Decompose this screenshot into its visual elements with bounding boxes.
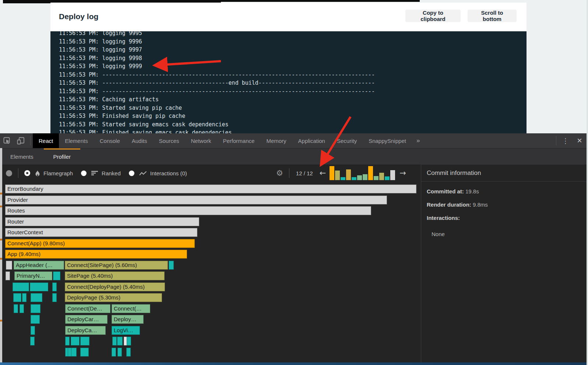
record-button[interactable] — [6, 170, 12, 176]
subtab-profiler[interactable]: Profiler — [44, 148, 81, 165]
flamegraph-bar-provider[interactable]: Provider — [5, 196, 387, 204]
tab-sources[interactable]: Sources — [153, 133, 185, 148]
flamegraph-bar[interactable] — [31, 304, 41, 313]
tab-application[interactable]: Application — [292, 133, 331, 148]
devtools-menu-icon[interactable]: ⋮ — [559, 133, 573, 148]
flamegraph-bar-primaryn[interactable]: PrimaryN… — [14, 271, 52, 280]
flamegraph-bar[interactable] — [112, 337, 117, 345]
previous-commit-icon[interactable]: ← — [320, 169, 326, 178]
render-duration-value: 9.8ms — [473, 201, 488, 208]
commit-bar-6[interactable] — [357, 175, 362, 180]
flamegraph-bar[interactable] — [6, 261, 12, 270]
flamegraph-bar[interactable] — [71, 348, 77, 357]
flamegraph-chart: ErrorBoundaryProviderRoutesRouterRouterC… — [0, 182, 421, 362]
flamegraph-bar[interactable] — [169, 261, 174, 270]
flamegraph-bar-routercontext[interactable]: RouterContext — [5, 228, 197, 237]
flamegraph-bar[interactable] — [13, 282, 29, 291]
commit-bar-5[interactable] — [352, 177, 356, 180]
flamegraph-bar-deploypage530ms[interactable]: DeployPage (5.30ms) — [65, 293, 162, 302]
mode-ranked[interactable]: Ranked — [81, 170, 121, 176]
devtools-close-icon[interactable]: ✕ — [573, 133, 587, 148]
flamegraph-bar[interactable] — [80, 348, 89, 357]
flamegraph-bar[interactable] — [53, 271, 60, 280]
tab-audits[interactable]: Audits — [126, 133, 153, 148]
scroll-to-bottom-button[interactable]: Scroll to bottom — [468, 10, 517, 22]
flamegraph-bar[interactable] — [13, 293, 21, 302]
flamegraph-bar[interactable] — [112, 348, 116, 357]
flamegraph-bar[interactable] — [30, 337, 35, 345]
flamegraph-bar[interactable] — [65, 337, 70, 345]
flamegraph-bar[interactable] — [20, 304, 24, 313]
next-commit-icon[interactable]: → — [399, 169, 406, 178]
flamegraph-bar-errorboundary[interactable]: ErrorBoundary — [5, 185, 416, 193]
flamegraph-bar-sitepage540ms[interactable]: SitePage (5.40ms) — [65, 271, 165, 280]
flamegraph-bar[interactable] — [31, 315, 40, 324]
flamegraph-bar-connect[interactable]: Connect(… — [112, 304, 150, 313]
commit-nav-divider — [289, 168, 289, 178]
flamegraph-bar[interactable] — [117, 348, 122, 357]
deploy-log-terminal[interactable]: 11:56:53 PM: logging 999511:56:53 PM: lo… — [50, 31, 527, 133]
commit-bar-11[interactable] — [385, 176, 390, 180]
tab-network[interactable]: Network — [185, 133, 217, 148]
ranked-radio[interactable] — [81, 171, 87, 176]
device-toolbar-icon[interactable] — [14, 133, 28, 148]
flamegraph-bar[interactable] — [117, 337, 123, 345]
flamegraph-bar[interactable] — [52, 293, 57, 302]
flamegraph-bar[interactable] — [30, 282, 48, 291]
commit-bar-10[interactable] — [379, 173, 384, 180]
tab-security[interactable]: Security — [331, 133, 363, 148]
left-edge-tick — [0, 258, 2, 260]
interactions-panel-label: Interactions — [427, 215, 458, 221]
gear-icon[interactable]: ⚙ — [276, 169, 283, 178]
commit-bar-4[interactable] — [346, 169, 351, 180]
flamegraph-radio[interactable] — [24, 170, 30, 176]
commit-information-title: Commit information — [421, 165, 585, 182]
commit-bar-7[interactable] — [363, 174, 367, 180]
flamegraph-bar[interactable] — [6, 271, 10, 280]
tab-memory[interactable]: Memory — [260, 133, 292, 148]
commit-bar-1[interactable] — [330, 166, 334, 180]
flamegraph-bar[interactable] — [31, 326, 35, 335]
flamegraph-bar-routes[interactable]: Routes — [5, 206, 371, 215]
mode-flamegraph[interactable]: Flamegraph — [24, 170, 73, 176]
flamegraph-bar[interactable] — [126, 348, 131, 357]
commit-bar-12-selected[interactable] — [390, 170, 395, 180]
flamegraph-bar[interactable] — [31, 293, 42, 302]
flamegraph-bar-deployca[interactable]: DeployCa… — [65, 326, 106, 335]
tab-react[interactable]: React — [33, 133, 59, 148]
flamegraph-bar[interactable] — [80, 337, 89, 345]
flamegraph-bar-connectde[interactable]: Connect(De… — [65, 304, 110, 313]
flamegraph-bar[interactable] — [127, 337, 131, 345]
deploy-log-header: Deploy log Copy to clipboard Scroll to b… — [50, 3, 527, 31]
flamegraph-bar[interactable] — [22, 293, 27, 302]
commit-bar-3[interactable] — [341, 177, 345, 180]
flamegraph-bar[interactable] — [71, 337, 80, 345]
copy-to-clipboard-button[interactable]: Copy to clipboard — [405, 10, 461, 22]
flamegraph-bar[interactable] — [52, 282, 57, 291]
flamegraph-bar-connectdeploypage540ms[interactable]: Connect(DeployPage) (5.40ms) — [65, 282, 165, 291]
flamegraph-bar-router[interactable]: Router — [5, 217, 199, 226]
flamegraph-bar-connectapp980ms[interactable]: Connect(App) (9.80ms) — [5, 239, 195, 248]
flamegraph-bar-logvi[interactable]: LogVi… — [112, 326, 140, 335]
tab-elements[interactable]: Elements — [59, 133, 94, 148]
commit-bar-8[interactable] — [368, 166, 373, 180]
flamegraph-bar-appheader[interactable]: AppHeader (… — [14, 261, 64, 270]
interactions-radio[interactable] — [129, 171, 134, 176]
commit-bar-2[interactable] — [335, 171, 340, 180]
tab-snappysnippet[interactable]: SnappySnippet — [363, 133, 412, 148]
flamegraph-bar-deploy[interactable]: Deploy… — [112, 315, 144, 324]
flamegraph-bar-deploycar[interactable]: DeployCar… — [65, 315, 108, 324]
log-line: 11:56:53 PM: Finished saving emacs cask … — [59, 129, 527, 133]
tab-console[interactable]: Console — [94, 133, 126, 148]
flamegraph-bar[interactable] — [14, 304, 18, 313]
inspect-element-icon[interactable] — [0, 133, 14, 148]
subtab-elements[interactable]: Elements — [1, 148, 43, 165]
tab-[interactable]: » — [412, 133, 424, 148]
flamegraph-bar-connectsitepage560ms[interactable]: Connect(SitePage) (5.60ms) — [65, 261, 168, 270]
commit-bar-9[interactable] — [374, 176, 378, 180]
interactions-label: Interactions (0) — [150, 170, 187, 176]
mode-interactions[interactable]: Interactions (0) — [129, 170, 187, 176]
log-line: 11:56:53 PM: Caching artifacts — [59, 95, 527, 104]
flamegraph-bar-app940ms[interactable]: App (9.40ms) — [5, 250, 187, 259]
tab-performance[interactable]: Performance — [217, 133, 261, 148]
